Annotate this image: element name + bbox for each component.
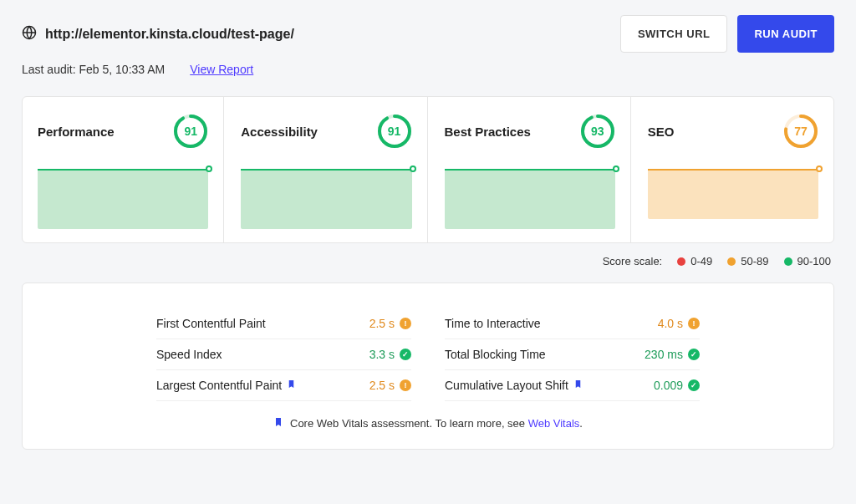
score-bar bbox=[38, 169, 208, 229]
metric-row: Speed Index3.3 s✓ bbox=[156, 339, 411, 370]
metrics-panel: First Contentful Paint2.5 s!Speed Index3… bbox=[22, 283, 834, 450]
run-audit-button[interactable]: RUN AUDIT bbox=[737, 15, 834, 53]
metric-row: First Contentful Paint2.5 s! bbox=[156, 308, 411, 339]
metric-value: 2.5 s! bbox=[369, 379, 411, 392]
card-performance[interactable]: Performance 91 bbox=[23, 97, 224, 242]
metric-value: 230 ms✓ bbox=[645, 348, 700, 361]
card-accessibility[interactable]: Accessibility 91 bbox=[226, 97, 427, 242]
bookmark-icon bbox=[273, 416, 283, 430]
web-vitals-note: Core Web Vitals assessment. To learn mor… bbox=[156, 416, 700, 430]
score-ring: 91 bbox=[377, 114, 412, 149]
card-best-practices[interactable]: Best Practices 93 bbox=[430, 97, 631, 242]
metric-row: Time to Interactive4.0 s! bbox=[445, 308, 700, 339]
check-icon: ✓ bbox=[400, 349, 411, 360]
legend-label: Score scale: bbox=[603, 255, 663, 267]
metric-row: Largest Contentful Paint2.5 s! bbox=[156, 370, 411, 401]
card-title: Best Practices bbox=[445, 125, 531, 139]
metric-value: 3.3 s✓ bbox=[369, 348, 411, 361]
legend-green: 90-100 bbox=[784, 255, 831, 267]
warning-icon: ! bbox=[688, 318, 700, 329]
score-bar bbox=[445, 169, 615, 229]
view-report-link[interactable]: View Report bbox=[190, 63, 253, 76]
globe-icon bbox=[22, 25, 37, 43]
score-cards: Performance 91 Accessibility 91 Best Pra… bbox=[22, 96, 834, 243]
metric-value: 0.009✓ bbox=[654, 379, 700, 392]
metric-label: Speed Index bbox=[156, 348, 222, 361]
legend-red: 0-49 bbox=[677, 255, 712, 267]
bookmark-icon bbox=[573, 379, 583, 392]
switch-url-button[interactable]: SWITCH URL bbox=[620, 15, 728, 53]
card-title: Performance bbox=[38, 125, 115, 139]
metric-row: Cumulative Layout Shift0.009✓ bbox=[445, 370, 700, 401]
metric-label: First Contentful Paint bbox=[156, 317, 266, 330]
metric-row: Total Blocking Time230 ms✓ bbox=[445, 339, 700, 370]
legend-orange: 50-89 bbox=[727, 255, 768, 267]
warning-icon: ! bbox=[400, 318, 411, 329]
warning-icon: ! bbox=[400, 379, 411, 391]
last-audit-text: Last audit: Feb 5, 10:33 AM bbox=[22, 63, 165, 76]
score-bar bbox=[648, 169, 818, 219]
score-ring: 93 bbox=[580, 114, 615, 149]
check-icon: ✓ bbox=[688, 349, 700, 360]
metric-value: 4.0 s! bbox=[658, 317, 700, 330]
check-icon: ✓ bbox=[688, 379, 700, 391]
card-seo[interactable]: SEO 77 bbox=[633, 97, 833, 242]
web-vitals-link[interactable]: Web Vitals bbox=[528, 417, 580, 430]
metric-label: Cumulative Layout Shift bbox=[445, 379, 583, 392]
score-ring: 77 bbox=[783, 114, 818, 149]
score-ring: 91 bbox=[173, 114, 208, 149]
audit-url: http://elementor.kinsta.cloud/test-page/ bbox=[45, 27, 294, 42]
card-title: SEO bbox=[648, 125, 675, 139]
score-bar bbox=[241, 169, 411, 229]
metric-label: Largest Contentful Paint bbox=[156, 379, 296, 392]
score-scale-legend: Score scale: 0-49 50-89 90-100 bbox=[22, 255, 831, 267]
bookmark-icon bbox=[287, 379, 296, 392]
metric-label: Total Blocking Time bbox=[445, 348, 546, 361]
metric-value: 2.5 s! bbox=[369, 317, 411, 330]
metric-label: Time to Interactive bbox=[445, 317, 541, 330]
card-title: Accessibility bbox=[241, 125, 318, 139]
